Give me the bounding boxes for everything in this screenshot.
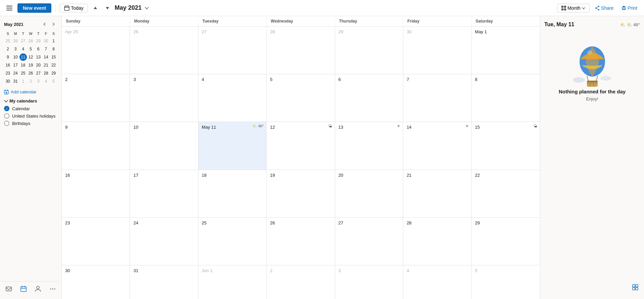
cal-cell[interactable]: Apr 25 [62,27,130,74]
mini-day[interactable]: 16 [4,61,11,69]
calendar-item-calendar[interactable]: Calendar [4,105,57,112]
cal-cell[interactable]: 15 🌤 [472,122,540,169]
cal-cell[interactable]: 5 [267,74,335,122]
mini-day[interactable]: 29 [50,70,57,77]
mini-day[interactable]: 8 [50,45,57,53]
mini-day[interactable]: 29 [35,37,42,45]
bottom-nav-calendar[interactable] [19,284,28,294]
mini-day[interactable]: 14 [42,53,50,61]
mini-day[interactable]: 13 [35,53,42,61]
mini-day[interactable]: 3 [12,45,19,53]
cal-cell[interactable]: 28 [267,27,335,74]
cal-cell[interactable]: 4 [403,265,471,299]
cal-cell[interactable]: 17 [130,170,198,217]
mini-day[interactable]: 25 [19,70,27,77]
mini-day[interactable]: 27 [35,70,42,77]
mini-day[interactable]: 19 [27,61,34,69]
nav-down-button[interactable] [103,3,112,13]
mini-day[interactable]: 4 [42,78,50,85]
mini-day[interactable]: 21 [42,61,50,69]
add-calendar-button[interactable]: Add calendar [4,88,37,96]
mini-day[interactable]: 1 [50,37,57,45]
print-button[interactable]: Print [619,4,640,12]
cal-cell[interactable]: 21 [403,170,471,217]
mini-day[interactable]: 10 [12,53,19,61]
cal-cell[interactable]: 3 [130,74,198,122]
cal-cell[interactable]: 27 [198,27,267,74]
mini-day[interactable]: 28 [42,70,50,77]
mini-day[interactable]: 23 [4,70,11,77]
cal-cell[interactable]: Jun 1 [198,265,267,299]
cal-cell[interactable]: 18 [198,170,267,217]
cal-cell[interactable]: 29 [472,218,540,265]
mini-day[interactable]: 22 [50,61,57,69]
cal-cell[interactable]: 22 [472,170,540,217]
cal-cell[interactable]: 29 [335,27,403,74]
hamburger-button[interactable] [4,3,15,13]
cal-cell[interactable]: 25 [198,218,267,265]
cal-cell[interactable]: May 1 [472,27,540,74]
month-title[interactable]: May 2021 [115,4,142,11]
cal-cell[interactable]: 4 [198,74,267,122]
my-calendars-header[interactable]: My calendars [4,98,57,103]
cal-cell[interactable]: 2 [267,265,335,299]
mini-day[interactable]: 4 [19,45,27,53]
mini-day[interactable]: 30 [42,37,50,45]
nav-up-button[interactable] [91,3,100,13]
mini-day[interactable]: 12 [27,53,34,61]
cal-cell[interactable]: 26 [267,218,335,265]
cal-cell[interactable]: 16 [62,170,130,217]
bottom-nav-people[interactable] [34,284,43,294]
mini-day[interactable]: 25 [4,37,11,45]
mini-day[interactable]: 6 [35,45,42,53]
bottom-nav-more[interactable] [48,284,57,294]
mini-day[interactable]: 18 [19,61,27,69]
cal-cell[interactable]: 28 [403,218,471,265]
cal-cell[interactable]: 20 [335,170,403,217]
calendar-checkbox[interactable] [4,106,9,111]
mini-day-today[interactable]: 11 [19,53,27,61]
mini-day[interactable]: 20 [35,61,42,69]
new-event-button[interactable]: New event [17,3,51,13]
calendar-checkbox-empty[interactable] [4,113,9,119]
mini-cal-month-label[interactable]: May 2021 [4,22,24,27]
mini-day[interactable]: 2 [4,45,11,53]
mini-day[interactable]: 26 [27,70,34,77]
mini-day[interactable]: 28 [27,37,34,45]
mini-day[interactable]: 5 [27,45,34,53]
mini-day[interactable]: 3 [35,78,42,85]
mini-day[interactable]: 1 [19,78,27,85]
cal-cell[interactable]: 27 [335,218,403,265]
mini-day[interactable]: 17 [12,61,19,69]
mini-day[interactable]: 2 [27,78,34,85]
cal-cell[interactable]: 30 [403,27,471,74]
cal-cell[interactable]: 6 [335,74,403,122]
cal-cell[interactable]: 2 [62,74,130,122]
mini-day[interactable]: 31 [12,78,19,85]
calendar-checkbox-empty[interactable] [4,121,9,126]
cal-cell[interactable]: 31 [130,265,198,299]
today-button[interactable]: Today [60,4,88,12]
cal-cell[interactable]: 12 🌤 [267,122,335,169]
cal-cell[interactable]: 26 [130,27,198,74]
mini-day[interactable]: 27 [19,37,27,45]
mini-day[interactable]: 15 [50,53,57,61]
calendar-item-us-holidays[interactable]: United States holidays [4,112,57,120]
cal-cell[interactable]: 13 ☀ [335,122,403,169]
mini-day[interactable]: 26 [12,37,19,45]
calendar-item-birthdays[interactable]: Birthdays [4,120,57,127]
mini-day[interactable]: 9 [4,53,11,61]
mini-day[interactable]: 30 [4,78,11,85]
cal-cell[interactable]: 10 [130,122,198,169]
share-button[interactable]: Share [592,4,616,12]
view-selector-button[interactable]: Month [557,4,590,12]
cal-cell[interactable]: 24 [130,218,198,265]
mini-nav-next[interactable] [49,20,57,28]
cal-cell[interactable]: 5 [472,265,540,299]
expand-panel-button[interactable] [631,283,640,294]
bottom-nav-mail[interactable] [4,284,13,294]
mini-day[interactable]: 5 [50,78,57,85]
cal-cell[interactable]: 23 [62,218,130,265]
mini-day[interactable]: 7 [42,45,50,53]
cal-cell-today[interactable]: May 11 ⛅ 46° [198,122,267,169]
